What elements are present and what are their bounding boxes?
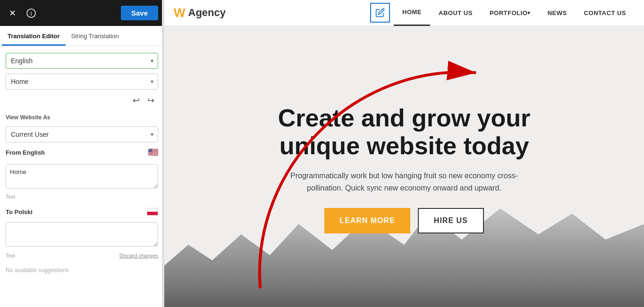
to-text-hint: Text: [6, 253, 15, 258]
language-select[interactable]: English Polish German French: [6, 53, 158, 69]
nav-link-home[interactable]: HOME: [394, 0, 430, 26]
from-english-header: From English 🇺🇸: [6, 147, 158, 158]
close-button[interactable]: ✕: [6, 7, 19, 20]
info-icon: i: [26, 8, 36, 18]
hero-content: Create and grow your unique website toda…: [164, 90, 644, 243]
panel-content: English Polish German French ▾ Home Abou…: [0, 46, 164, 307]
nav-link-about[interactable]: ABOUT US: [430, 0, 481, 26]
pl-flag-icon: [147, 208, 158, 216]
svg-text:i: i: [31, 10, 32, 17]
logo-w-icon: W: [174, 6, 186, 20]
right-panel: W Agency HOME ABOUT US PORTFOLIO NEWS CO…: [164, 0, 644, 307]
tab-string-translation[interactable]: String Translation: [66, 26, 125, 46]
undo-redo-row: ↩ ↪: [6, 94, 158, 107]
no-suggestions-text: No available suggestions: [6, 267, 158, 274]
save-button[interactable]: Save: [121, 6, 158, 20]
undo-button[interactable]: ↩: [131, 94, 142, 107]
view-website-label: View Website As: [6, 114, 158, 121]
learn-more-button[interactable]: LEARN MORE: [324, 208, 410, 233]
from-english-textarea[interactable]: [6, 164, 158, 189]
nav-link-contact[interactable]: CONTACT US: [576, 0, 635, 26]
hero-section: Create and grow your unique website toda…: [164, 26, 644, 307]
tabs: Translation Editor String Translation: [0, 26, 164, 46]
nav-link-news[interactable]: NEWS: [539, 0, 576, 26]
tab-translation-editor[interactable]: Translation Editor: [2, 26, 66, 46]
us-flag-icon: 🇺🇸: [148, 147, 158, 158]
language-select-wrapper: English Polish German French ▾: [6, 53, 158, 69]
to-polski-header: To Polski: [6, 208, 158, 216]
nav-link-portfolio[interactable]: PORTFOLIO: [481, 0, 539, 26]
top-bar: ✕ i Save: [0, 0, 164, 26]
to-polski-textarea[interactable]: [6, 222, 158, 247]
discard-row: Text Discard changes: [6, 252, 158, 258]
to-polski-label: To Polski: [6, 208, 33, 216]
view-select[interactable]: Current User Guest Admin: [6, 126, 158, 142]
resize-handle[interactable]: [162, 0, 164, 307]
page-select-wrapper: Home About Contact Portfolio ▾: [6, 74, 158, 90]
view-select-wrapper: Current User Guest Admin ▾: [6, 126, 158, 142]
redo-button[interactable]: ↪: [145, 94, 156, 107]
info-button[interactable]: i: [25, 7, 38, 20]
website-nav: W Agency HOME ABOUT US PORTFOLIO NEWS CO…: [164, 0, 644, 26]
hero-title: Create and grow your unique website toda…: [244, 104, 565, 161]
discard-button[interactable]: Discard changes: [119, 253, 158, 258]
from-english-label: From English: [6, 149, 45, 156]
page-select[interactable]: Home About Contact Portfolio: [6, 74, 158, 90]
edit-icon-box[interactable]: [370, 3, 390, 23]
website-logo: W Agency: [174, 6, 226, 20]
nav-links: HOME ABOUT US PORTFOLIO NEWS CONTACT US: [370, 0, 635, 26]
left-panel: ✕ i Save Translation Editor String Trans…: [0, 0, 164, 307]
hero-buttons: LEARN MORE HIRE US: [193, 208, 616, 233]
edit-icon: [375, 8, 385, 17]
hire-us-button[interactable]: HIRE US: [418, 208, 484, 233]
hero-subtitle: Programmatically work but low hanging fr…: [281, 170, 527, 194]
from-text-hint: Text: [6, 194, 158, 199]
logo-text: Agency: [188, 7, 226, 19]
